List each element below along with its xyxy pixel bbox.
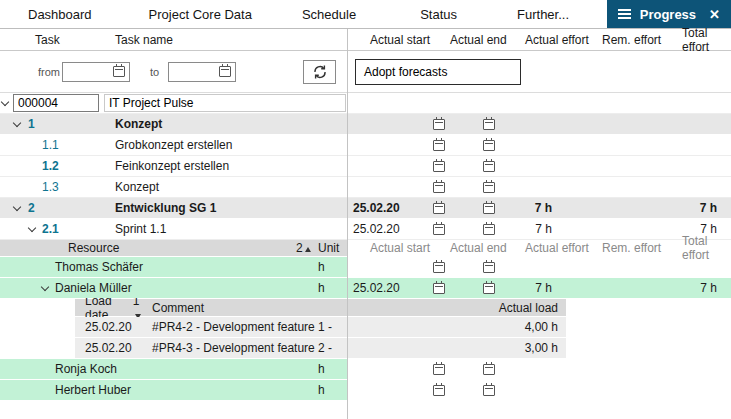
- load-value: 4,00 h: [471, 320, 566, 334]
- task-number: 2: [28, 201, 35, 215]
- col-rem-effort[interactable]: Rem. effort: [602, 33, 682, 47]
- close-icon[interactable]: ✕: [709, 8, 720, 21]
- from-date-input[interactable]: [67, 64, 111, 79]
- calendar-icon[interactable]: [433, 140, 445, 151]
- calendar-icon[interactable]: [433, 385, 445, 396]
- calendar-icon[interactable]: [433, 203, 445, 214]
- col-actual-start[interactable]: Actual start: [370, 241, 450, 255]
- tab-status[interactable]: Status: [420, 0, 457, 28]
- col-actual-effort[interactable]: Actual effort: [525, 241, 602, 255]
- to-date-input[interactable]: [173, 64, 217, 79]
- load-header-row: Load date 1 Comment Actual load: [0, 299, 731, 317]
- collapse-chevron-icon[interactable]: [41, 283, 49, 291]
- col-unit[interactable]: Unit: [318, 241, 339, 255]
- load-row-1[interactable]: 25.02.20 #PR4-2 - Development feature 1 …: [0, 317, 731, 338]
- collapse-chevron-icon[interactable]: [13, 119, 21, 127]
- calendar-icon[interactable]: [483, 182, 495, 193]
- task-name: Feinkonzept erstellen: [115, 159, 229, 173]
- collapse-chevron-icon[interactable]: [1, 98, 9, 106]
- load-row-2[interactable]: 25.02.20 #PR4-3 - Development feature 2 …: [0, 338, 731, 359]
- adopt-forecasts-button[interactable]: Adopt forecasts: [355, 59, 521, 85]
- col-task-name[interactable]: Task name: [115, 33, 173, 47]
- calendar-icon[interactable]: [433, 182, 445, 193]
- actual-start-value: 25.02.20: [353, 281, 400, 295]
- calendar-icon[interactable]: [113, 66, 125, 77]
- from-label: from: [38, 66, 60, 78]
- col-actual-start[interactable]: Actual start: [370, 33, 450, 47]
- calendar-icon[interactable]: [483, 262, 495, 273]
- col-resource[interactable]: Resource: [68, 241, 119, 255]
- to-date-field: [168, 62, 236, 82]
- load-comment: #PR4-3 - Development feature 2 -: [152, 341, 471, 355]
- project-root-row[interactable]: [0, 93, 731, 114]
- calendar-icon[interactable]: [433, 364, 445, 375]
- resource-row-herbert-huber[interactable]: Herbert Huber h: [0, 380, 731, 401]
- calendar-icon[interactable]: [483, 364, 495, 375]
- calendar-icon[interactable]: [483, 203, 495, 214]
- progress-view: Dashboard Project Core Data Schedule Sta…: [0, 0, 731, 419]
- task-name: Entwicklung SG 1: [115, 201, 216, 215]
- load-date: 25.02.20: [75, 320, 152, 334]
- tab-progress[interactable]: Progress ✕: [607, 0, 731, 28]
- task-number: 1.3: [42, 180, 59, 194]
- collapse-chevron-icon[interactable]: [28, 224, 36, 232]
- resource-row-daniela-mueller[interactable]: Daniela Müller h 25.02.20 7 h 7 h: [0, 278, 731, 299]
- task-number: 1.1: [42, 138, 59, 152]
- task-row-1[interactable]: 1 Konzept: [0, 114, 731, 135]
- calendar-icon[interactable]: [483, 283, 495, 294]
- resource-name: Herbert Huber: [55, 383, 131, 397]
- actual-effort-value: 7 h: [498, 222, 564, 236]
- calendar-icon[interactable]: [433, 262, 445, 273]
- col-total-effort[interactable]: Total effort: [682, 26, 731, 54]
- resource-unit: h: [318, 362, 325, 376]
- to-label: to: [150, 66, 159, 78]
- col-rem-effort[interactable]: Rem. effort: [602, 241, 682, 255]
- project-id-input[interactable]: [13, 94, 99, 112]
- calendar-icon[interactable]: [219, 66, 231, 77]
- col-task[interactable]: Task: [35, 33, 60, 47]
- resource-row-ronja-koch[interactable]: Ronja Koch h: [0, 359, 731, 380]
- calendar-icon[interactable]: [433, 224, 445, 235]
- total-effort-value: 7 h: [642, 201, 731, 215]
- actual-effort-value: 7 h: [498, 201, 564, 215]
- col-actual-effort[interactable]: Actual effort: [525, 33, 602, 47]
- resource-sort-indicator[interactable]: 2: [296, 241, 311, 255]
- resource-header-row: Resource 2 Unit Actual start Actual end …: [0, 240, 731, 257]
- col-actual-end[interactable]: Actual end: [450, 33, 525, 47]
- filter-row: from to Adopt forecasts: [0, 51, 731, 93]
- project-name-input[interactable]: [104, 94, 346, 112]
- calendar-icon[interactable]: [483, 140, 495, 151]
- resource-unit: h: [318, 383, 325, 397]
- resource-unit: h: [318, 281, 325, 295]
- tab-further[interactable]: Further...: [517, 0, 569, 28]
- task-name: Konzept: [115, 117, 162, 131]
- calendar-icon[interactable]: [483, 385, 495, 396]
- collapse-chevron-icon[interactable]: [13, 203, 21, 211]
- task-row-2-1[interactable]: 2.1 Sprint 1.1 25.02.20 7 h 7 h: [0, 219, 731, 240]
- total-effort-value: 7 h: [642, 281, 731, 295]
- task-row-1-3[interactable]: 1.3 Konzept: [0, 177, 731, 198]
- resource-row-thomas-schaefer[interactable]: Thomas Schäfer h: [0, 257, 731, 278]
- refresh-button[interactable]: [303, 60, 336, 84]
- resource-name: Ronja Koch: [55, 362, 117, 376]
- col-actual-load[interactable]: Actual load: [471, 301, 566, 315]
- calendar-icon[interactable]: [483, 119, 495, 130]
- calendar-icon[interactable]: [483, 224, 495, 235]
- calendar-icon[interactable]: [433, 161, 445, 172]
- calendar-icon[interactable]: [483, 161, 495, 172]
- tab-schedule[interactable]: Schedule: [302, 0, 356, 28]
- calendar-icon[interactable]: [433, 283, 445, 294]
- col-comment[interactable]: Comment: [152, 301, 471, 315]
- tab-project-core-data[interactable]: Project Core Data: [149, 0, 252, 28]
- task-number: 2.1: [42, 222, 59, 236]
- task-row-2[interactable]: 2 Entwicklung SG 1 25.02.20 7 h 7 h: [0, 198, 731, 219]
- calendar-icon[interactable]: [433, 119, 445, 130]
- task-row-1-2[interactable]: 1.2 Feinkonzept erstellen: [0, 156, 731, 177]
- task-number: 1.2: [42, 159, 59, 173]
- task-name: Grobkonzept erstellen: [115, 138, 232, 152]
- menu-icon[interactable]: [618, 9, 631, 19]
- col-actual-end[interactable]: Actual end: [450, 241, 525, 255]
- task-number: 1: [28, 117, 35, 131]
- tab-dashboard[interactable]: Dashboard: [28, 0, 92, 28]
- task-row-1-1[interactable]: 1.1 Grobkonzept erstellen: [0, 135, 731, 156]
